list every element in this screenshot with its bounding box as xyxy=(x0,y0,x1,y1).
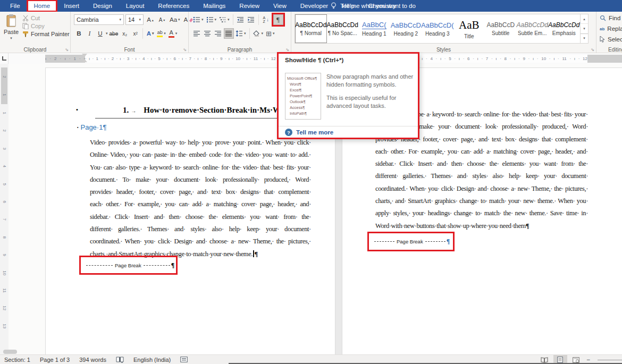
bullets-button[interactable]: ▾ xyxy=(192,14,205,25)
style-item[interactable]: AaBbCcD( Heading 3 xyxy=(422,14,453,43)
style-item[interactable]: AaBbCcDd Emphasis xyxy=(548,14,580,43)
chevron-down-icon: ▾ xyxy=(10,36,12,40)
bold-button[interactable]: B xyxy=(74,28,84,39)
justify-button[interactable] xyxy=(224,28,234,39)
shading-button[interactable]: ▾ xyxy=(252,28,265,39)
dialog-launcher-icon[interactable]: ⇘ xyxy=(183,48,187,52)
chevron-down-icon: ▾ xyxy=(244,31,246,36)
divider xyxy=(142,28,143,39)
ribbon-tab[interactable]: Developer xyxy=(293,0,335,12)
superscript-button[interactable]: x² xyxy=(130,28,140,39)
preview-list-item: PowerPoint¶ xyxy=(287,93,319,99)
tell-me-more-link[interactable]: ? Tell me more xyxy=(285,129,333,136)
page-indicator[interactable]: Page 1 of 3 xyxy=(40,357,70,363)
dialog-launcher-icon[interactable]: ⇘ xyxy=(591,48,594,52)
chevron-down-icon: ▾ xyxy=(201,18,204,22)
style-item[interactable]: AaB Title xyxy=(453,14,485,43)
replace-button[interactable]: ab Replace xyxy=(600,26,622,32)
dialog-launcher-icon[interactable]: ⇘ xyxy=(285,48,289,52)
change-case-button[interactable]: Aa ▾ xyxy=(169,14,181,25)
scroll-up-icon[interactable]: ▴ xyxy=(581,14,588,23)
highlight-color-button[interactable]: ab ▾ xyxy=(156,28,167,39)
font-color-button[interactable]: A ▾ xyxy=(167,28,179,39)
font-size-combobox[interactable]: 14 ▾ xyxy=(125,14,144,25)
style-item[interactable]: AaBbCcDd Subtle Em... xyxy=(517,14,549,43)
page-break-highlight-box: Page Break ¶ xyxy=(79,256,178,275)
paragraph-group-label: Paragraph xyxy=(189,47,291,53)
strikethrough-button[interactable]: abe xyxy=(108,28,120,39)
subheading-page-1[interactable]: ▪ Page·1¶ xyxy=(77,123,106,131)
ribbon-tab[interactable]: File xyxy=(3,0,27,12)
cut-button[interactable]: Cut xyxy=(22,15,70,21)
subscript-button[interactable]: x₂ xyxy=(120,28,130,39)
text-effects-button[interactable]: A ▾ xyxy=(145,28,155,39)
indent-icon xyxy=(247,16,255,23)
page-break-dashes xyxy=(144,265,170,266)
page-break-label[interactable]: Page Break xyxy=(113,263,144,268)
align-right-button[interactable] xyxy=(213,28,223,39)
format-painter-button[interactable]: Format Painter xyxy=(22,31,70,37)
decrease-indent-button[interactable] xyxy=(236,14,246,25)
ribbon-tab[interactable]: View xyxy=(266,0,293,12)
ribbon-tab[interactable]: References xyxy=(151,0,196,12)
section-indicator[interactable]: Section: 1 xyxy=(4,357,30,363)
keyboard-language-icon[interactable] xyxy=(180,357,188,362)
select-button[interactable]: Select ▾ xyxy=(600,36,622,43)
ribbon-tab[interactable]: Review xyxy=(232,0,266,12)
increase-indent-button[interactable] xyxy=(246,14,256,25)
style-item[interactable]: AaBbCcDd ¶ No Spac... xyxy=(327,14,359,43)
vertical-ruler[interactable]: 21 12345678910111213 xyxy=(0,64,9,354)
copy-button[interactable]: Copy xyxy=(22,23,70,29)
line-spacing-button[interactable]: ▾ xyxy=(234,28,247,39)
style-item[interactable]: AaBbCcD Heading 2 xyxy=(390,14,422,43)
grow-font-button[interactable]: A▴ xyxy=(145,14,155,25)
gallery-more-icon[interactable]: ▾ xyxy=(581,33,588,43)
chevron-down-icon: ▾ xyxy=(215,18,217,22)
hanging-indent-marker[interactable] xyxy=(82,59,87,62)
italic-button[interactable]: I xyxy=(85,28,95,39)
body-paragraph[interactable]: Video·provides·a·powerful·way·to·help·yo… xyxy=(90,137,311,260)
font-name-combobox[interactable]: Cambria ▾ xyxy=(74,14,124,25)
style-item[interactable]: AaBbCcDd ¶ Normal xyxy=(295,14,327,43)
show-hide-formatting-button[interactable]: ¶ xyxy=(273,14,283,25)
sort-button[interactable]: A Z ↓ xyxy=(261,14,271,25)
numbering-button[interactable]: ▾ xyxy=(205,14,218,25)
ribbon-tab[interactable]: Layout xyxy=(119,0,152,12)
ribbon-tab[interactable]: Insert xyxy=(57,0,86,12)
paste-button[interactable]: Paste ▾ xyxy=(2,14,20,47)
ribbon-tab[interactable]: Design xyxy=(86,0,119,12)
find-button[interactable]: Find ▾ xyxy=(600,15,622,21)
align-center-icon xyxy=(204,31,211,37)
horizontal-scrollbar-thumb[interactable] xyxy=(3,350,17,354)
zoom-out-button[interactable]: − xyxy=(585,356,591,363)
heading-number: 1. xyxy=(123,106,129,114)
tell-me-box[interactable]: Tell me what you want to do xyxy=(331,0,416,12)
language-indicator[interactable]: English (India) xyxy=(133,357,171,363)
underline-button[interactable]: U xyxy=(95,28,105,39)
chevron-down-icon[interactable]: ▾ xyxy=(106,31,108,36)
ribbon-tab[interactable]: Mailings xyxy=(196,0,232,12)
scroll-down-icon[interactable]: ▾ xyxy=(581,23,588,33)
down-caret-icon: ▾ xyxy=(163,18,165,22)
multilevel-list-button[interactable]: ▾ xyxy=(218,14,231,25)
dialog-launcher-icon[interactable]: ⇘ xyxy=(65,48,69,52)
font-color-bar xyxy=(169,36,174,38)
align-left-button[interactable] xyxy=(192,28,202,39)
first-line-indent-marker[interactable] xyxy=(82,54,87,57)
shrink-font-button[interactable]: A▾ xyxy=(157,14,167,25)
ribbon-tab-bar: File Home Insert Design Layout Reference… xyxy=(0,0,622,12)
page-break-label[interactable]: Page Break xyxy=(394,239,425,244)
style-item[interactable]: AaBbC( Heading 1 xyxy=(358,14,390,43)
style-item[interactable]: AaBbCcD Subtitle xyxy=(485,14,517,43)
tab-stop-selector[interactable] xyxy=(0,53,9,64)
align-center-button[interactable] xyxy=(203,28,213,39)
ribbon-tab[interactable]: Home xyxy=(27,0,57,12)
align-right-icon xyxy=(215,31,222,37)
paragraph-group: ▾ ▾ ▾ xyxy=(189,12,291,53)
tab-mark-icon: → xyxy=(129,108,144,114)
text-cursor xyxy=(253,250,254,257)
proofing-status-icon[interactable] xyxy=(116,357,124,363)
zoom-slider[interactable] xyxy=(598,360,622,360)
word-count[interactable]: 394 words xyxy=(79,357,106,363)
borders-button[interactable]: ⊞ ▾ xyxy=(265,28,275,39)
